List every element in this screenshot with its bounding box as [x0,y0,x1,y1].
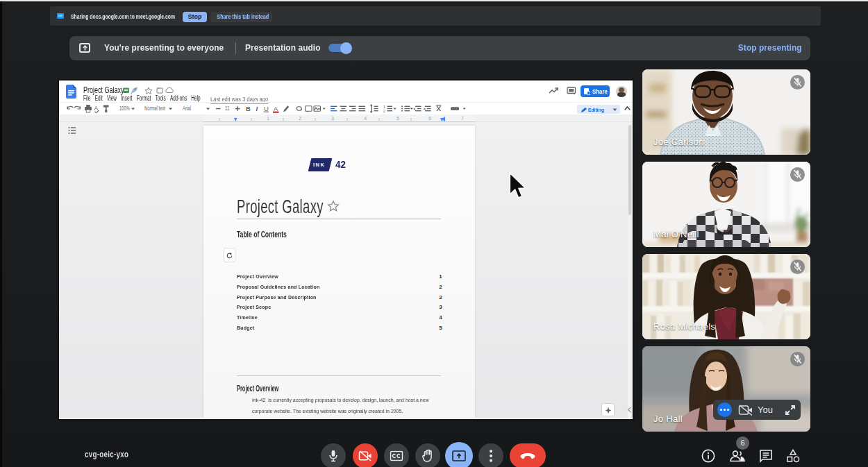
svg-text:Normal text: Normal text [144,105,165,112]
svg-text:3: 3 [331,116,334,121]
svg-text:2: 2 [299,116,301,121]
svg-text:U: U [264,105,269,112]
svg-text:1: 1 [267,116,269,121]
svg-text:11: 11 [225,105,230,112]
svg-text:2: 2 [383,109,385,113]
svg-text:5: 5 [397,116,399,121]
svg-text:7: 7 [461,116,464,121]
svg-text:B: B [246,105,251,112]
svg-text:A: A [274,105,278,112]
svg-text:6: 6 [428,116,431,121]
svg-text:I: I [256,105,258,112]
svg-text:A: A [94,105,99,112]
svg-text:Arial: Arial [183,105,191,112]
svg-text:4: 4 [364,116,367,121]
svg-text:100%: 100% [119,105,130,112]
